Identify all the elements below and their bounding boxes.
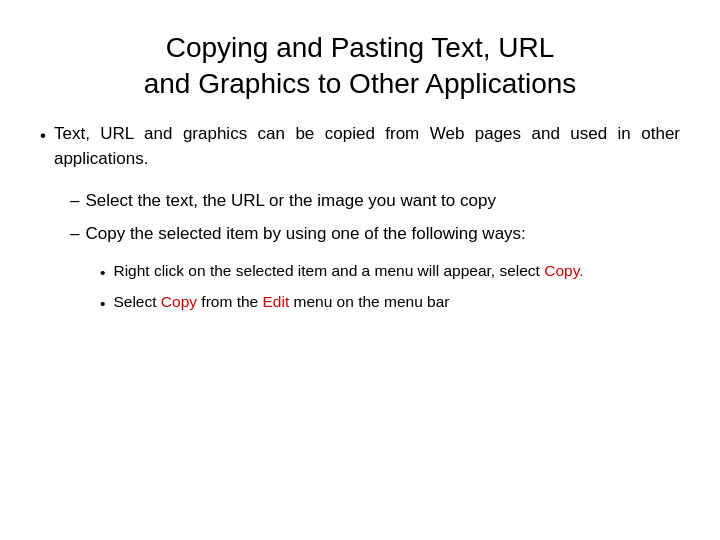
sub-bullet-text-1: Right click on the selected item and a m…	[113, 259, 680, 282]
dash-1: –	[70, 188, 79, 214]
dash-item-2: – Copy the selected item by using one of…	[70, 221, 680, 247]
sub-bullet-2-red1: Copy	[161, 293, 197, 310]
sub-bullet-2-red2: Edit	[262, 293, 289, 310]
main-bullet: • Text, URL and graphics can be copied f…	[40, 121, 680, 172]
sub-items-list: – Select the text, the URL or the image …	[70, 188, 680, 316]
bullet-dot: •	[40, 123, 46, 149]
sub-bullet-1-before: Right click on the selected item and a m…	[113, 262, 544, 279]
small-bullet-dot-2: •	[100, 292, 105, 315]
page-title: Copying and Pasting Text, URL and Graphi…	[40, 30, 680, 103]
dash-item-1: – Select the text, the URL or the image …	[70, 188, 680, 214]
content-area: • Text, URL and graphics can be copied f…	[40, 121, 680, 316]
sub-bullet-2-middle: from the	[197, 293, 262, 310]
sub-sub-items-list: • Right click on the selected item and a…	[100, 259, 680, 316]
dash-text-1: Select the text, the URL or the image yo…	[85, 188, 680, 214]
dash-text-2: Copy the selected item by using one of t…	[85, 221, 680, 247]
sub-bullet-2: • Select Copy from the Edit menu on the …	[100, 290, 680, 315]
small-bullet-dot-1: •	[100, 261, 105, 284]
sub-bullet-1-red: Copy.	[544, 262, 583, 279]
sub-bullet-1: • Right click on the selected item and a…	[100, 259, 680, 284]
sub-bullet-2-before: Select	[113, 293, 160, 310]
sub-bullet-text-2: Select Copy from the Edit menu on the me…	[113, 290, 680, 313]
sub-bullet-2-after: menu on the menu bar	[289, 293, 449, 310]
dash-2: –	[70, 221, 79, 247]
main-bullet-text: Text, URL and graphics can be copied fro…	[54, 121, 680, 172]
